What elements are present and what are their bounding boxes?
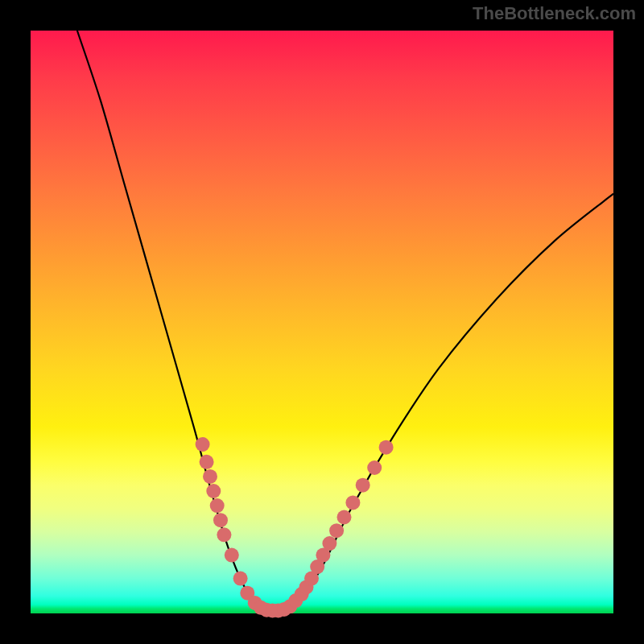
data-marker [213, 513, 228, 527]
data-marker [322, 536, 336, 551]
plot-area [31, 31, 613, 613]
data-marker [233, 572, 248, 586]
data-marker [206, 484, 221, 498]
data-marker [196, 437, 210, 452]
data-marker [379, 440, 394, 455]
chart-svg [31, 31, 613, 613]
data-marker [356, 478, 370, 493]
data-marker [367, 460, 382, 475]
data-marker [345, 495, 360, 510]
watermark-text: TheBottleneck.com [473, 3, 636, 24]
bottleneck-curve [77, 31, 613, 613]
data-marker [225, 548, 239, 563]
data-marker [217, 527, 231, 542]
data-marker [203, 469, 217, 484]
data-marker [329, 523, 344, 538]
data-markers [196, 437, 394, 617]
data-marker [200, 455, 214, 469]
data-marker [337, 510, 352, 525]
data-marker [210, 498, 225, 513]
